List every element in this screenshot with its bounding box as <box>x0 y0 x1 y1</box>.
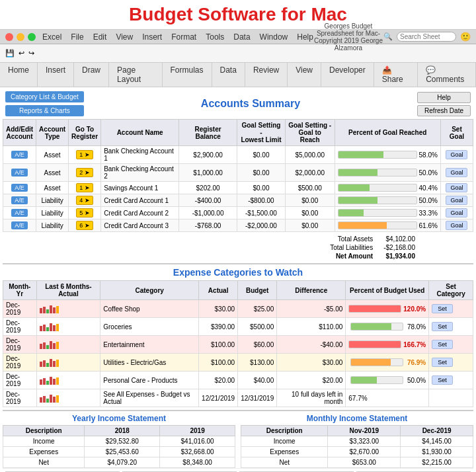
mini-bar-1-3 <box>50 323 52 331</box>
mini-bar-1-0 <box>40 326 42 331</box>
yr-col-2018: 2018 <box>85 426 160 436</box>
set-category-button-0[interactable]: Set <box>432 304 453 313</box>
menu-file[interactable]: File <box>71 32 83 42</box>
menu-insert[interactable]: Insert <box>142 32 162 42</box>
tab-page-layout[interactable]: Page Layout <box>109 63 162 87</box>
exp-month-cell: Dec-2019 <box>3 354 37 372</box>
go-register-button-1[interactable]: 2 ➤ <box>76 168 93 177</box>
set-goal-button-0[interactable]: Goal <box>446 150 467 159</box>
set-goal-button-3[interactable]: Goal <box>446 196 467 205</box>
tab-developer[interactable]: Developer <box>321 63 374 87</box>
exp-budget-cell: $25.00 <box>238 300 277 318</box>
close-button[interactable] <box>5 33 13 41</box>
goal-reach-cell: $5,000.00 <box>285 146 335 164</box>
exp-actual-cell: 12/21/2019 <box>199 389 238 407</box>
minimize-button[interactable] <box>17 33 24 41</box>
go-register-cell: 5 ➤ <box>69 207 101 219</box>
ae-button-4[interactable]: A/E <box>11 209 28 217</box>
pct-goal-cell: 50.0% <box>335 164 440 182</box>
tab-view[interactable]: View <box>288 63 321 87</box>
comments-button[interactable]: 💬 Comments <box>418 63 476 87</box>
toolbar-icon-save[interactable]: 💾 <box>5 49 15 58</box>
set-goal-cell: Goal <box>440 146 473 164</box>
ae-button-1[interactable]: A/E <box>11 169 28 177</box>
toolbar-icon-undo[interactable]: ↩ <box>19 49 24 58</box>
set-category-button-4[interactable]: Set <box>432 375 453 385</box>
balance-cell: $2,900.00 <box>179 146 237 164</box>
search-input[interactable] <box>397 32 456 42</box>
exp-progress-4 <box>350 376 403 384</box>
ae-button-0[interactable]: A/E <box>11 151 28 159</box>
menu-data[interactable]: Data <box>233 32 250 42</box>
go-register-button-3[interactable]: 4 ➤ <box>76 196 93 205</box>
exp-budget-cell: $40.00 <box>238 372 277 389</box>
share-button[interactable]: 📤 Share <box>374 63 418 87</box>
help-button[interactable]: Help <box>417 92 471 103</box>
set-category-button-3[interactable]: Set <box>432 358 453 367</box>
mini-bar-5-5 <box>56 395 59 403</box>
pct-label-1: 50.0% <box>419 169 438 177</box>
pct-goal-cell: 40.4% <box>335 182 440 194</box>
set-category-button-1[interactable]: Set <box>432 322 453 331</box>
menu-tools[interactable]: Tools <box>206 32 224 42</box>
mini-bar-4-1 <box>43 378 46 385</box>
main-content: Category List & Budget Reports & Charts … <box>0 87 476 472</box>
exp-month-cell: Dec-2019 <box>3 372 37 389</box>
net-amount-label: Net Amount <box>325 252 378 260</box>
go-register-button-0[interactable]: 1 ➤ <box>76 150 93 159</box>
exp-pct-cell: 78.0% <box>346 318 429 336</box>
go-register-button-4[interactable]: 5 ➤ <box>76 208 93 217</box>
exp-diff-cell: 10 full days left in month <box>277 389 346 407</box>
set-category-button-2[interactable]: Set <box>432 340 453 349</box>
mini-bar-1-1 <box>43 325 46 331</box>
set-goal-button-1[interactable]: Goal <box>446 168 467 177</box>
ae-cell: A/E <box>3 194 36 207</box>
tab-insert[interactable]: Insert <box>38 63 74 87</box>
reports-charts-button[interactable]: Reports & Charts <box>5 105 84 116</box>
exp-actual-cell: $30.00 <box>199 300 238 318</box>
low-limit-cell: $0.00 <box>237 146 286 164</box>
tab-draw[interactable]: Draw <box>74 63 109 87</box>
ae-button-3[interactable]: A/E <box>11 196 28 204</box>
exp-progress-2 <box>348 340 401 348</box>
menu-edit[interactable]: Edit <box>93 32 107 42</box>
ae-button-5[interactable]: A/E <box>11 221 28 229</box>
go-register-button-2[interactable]: 1 ➤ <box>76 183 93 192</box>
exp-col-budget: Budget <box>238 281 277 300</box>
exp-col-set: Set Category <box>429 281 473 300</box>
tab-data[interactable]: Data <box>212 63 245 87</box>
exp-pct-label-3: 76.9% <box>407 359 426 366</box>
toolbar-tabs: Home Insert Draw Page Layout Formulas Da… <box>0 63 476 87</box>
exp-category-cell: See All Expenses - Budget vs Actual <box>100 389 199 407</box>
refresh-date-button[interactable]: Refresh Date <box>417 105 471 116</box>
exp-progress-fill-4 <box>351 377 377 383</box>
exp-category-cell: Coffee Shop <box>100 300 199 318</box>
tab-review[interactable]: Review <box>245 63 288 87</box>
go-register-button-5[interactable]: 6 ➤ <box>76 221 93 230</box>
menu-format[interactable]: Format <box>171 32 196 42</box>
set-goal-button-4[interactable]: Goal <box>446 208 467 217</box>
low-limit-cell: $0.00 <box>237 164 286 182</box>
menu-view[interactable]: View <box>116 32 133 42</box>
menu-window[interactable]: Window <box>260 32 288 42</box>
set-goal-button-2[interactable]: Goal <box>446 183 467 192</box>
progress-bar-fill-3 <box>338 197 377 204</box>
exp-col-diff: Difference <box>277 281 346 300</box>
menu-help[interactable]: Help <box>297 32 313 42</box>
exp-col-pct: Percent of Budget Used <box>346 281 429 300</box>
menu-excel[interactable]: Excel <box>42 32 61 42</box>
category-list-budget-button[interactable]: Category List & Budget <box>5 91 84 102</box>
set-goal-cell: Goal <box>440 194 473 207</box>
mini-bar-1-2 <box>46 327 49 331</box>
maximize-button[interactable] <box>28 33 36 41</box>
net-amount-value: $1,934.00 <box>378 252 420 260</box>
expense-section: Expense Categories to Watch Month-Yr Las… <box>3 263 473 407</box>
exp-pct-cell: 166.7% <box>346 336 429 354</box>
exp-set-cell: Set <box>429 372 473 389</box>
tab-home[interactable]: Home <box>0 63 38 87</box>
ae-button-2[interactable]: A/E <box>11 184 28 192</box>
tab-formulas[interactable]: Formulas <box>163 63 212 87</box>
set-goal-button-5[interactable]: Goal <box>446 221 467 230</box>
mini-bar-0-4 <box>53 307 56 313</box>
toolbar-icon-redo[interactable]: ↪ <box>28 49 34 58</box>
